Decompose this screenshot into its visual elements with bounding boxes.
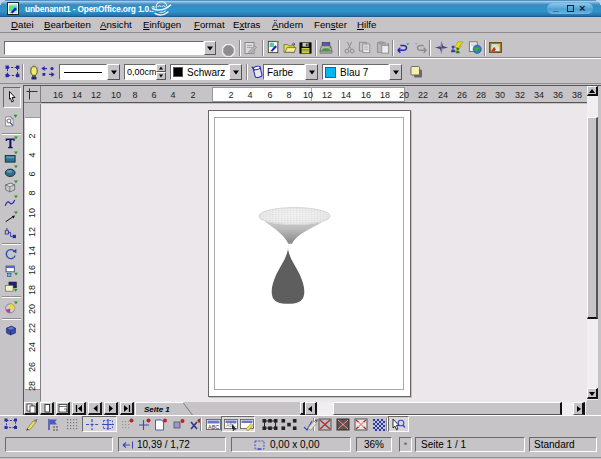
svg-text:ABC: ABC: [226, 422, 237, 428]
svg-text:ABC: ABC: [208, 424, 219, 430]
